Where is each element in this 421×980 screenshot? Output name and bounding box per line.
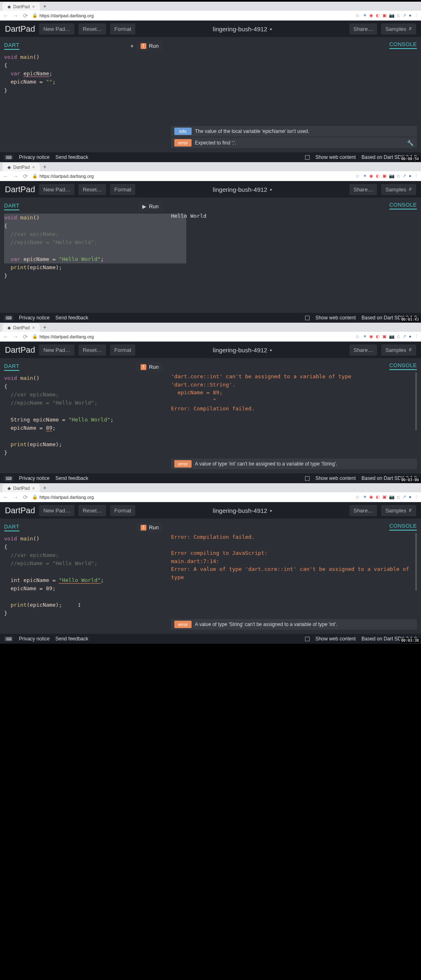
- ext-icon[interactable]: ◉: [369, 494, 373, 500]
- back-icon[interactable]: ←: [2, 12, 9, 19]
- diagnostic-row[interactable]: errorExpected to find ';'.🔧: [171, 137, 417, 148]
- close-icon[interactable]: ×: [32, 325, 35, 330]
- ext-icon[interactable]: ↗: [402, 494, 406, 500]
- browser-tab[interactable]: ◆ DartPad ×: [2, 163, 40, 171]
- browser-tab[interactable]: ◆ DartPad ×: [2, 324, 40, 332]
- diagnostic-row[interactable]: errorA value of type 'int' can't be assi…: [171, 459, 417, 469]
- new-pad-button[interactable]: New Pad…: [39, 345, 74, 356]
- profile-icon[interactable]: ●: [409, 173, 412, 179]
- feedback-link[interactable]: Send feedback: [56, 636, 88, 642]
- format-button[interactable]: Format: [110, 23, 135, 35]
- privacy-link[interactable]: Privacy notice: [19, 315, 50, 321]
- run-button[interactable]: ! Run: [136, 523, 163, 532]
- bookmark-icon[interactable]: ☆: [355, 334, 360, 340]
- close-icon[interactable]: ×: [32, 165, 35, 170]
- menu-icon[interactable]: ⋮: [414, 334, 419, 339]
- menu-icon[interactable]: ⋮: [414, 173, 419, 179]
- new-pad-button[interactable]: New Pad…: [39, 184, 74, 195]
- share-button[interactable]: Share…: [349, 23, 377, 35]
- samples-dropdown[interactable]: Samples ⇵: [381, 505, 416, 516]
- reset-button[interactable]: Reset…: [79, 184, 106, 195]
- run-button[interactable]: ▶ Run: [138, 202, 163, 211]
- dart-tab[interactable]: DART: [4, 42, 19, 50]
- browser-tab[interactable]: ◆ DartPad ×: [2, 484, 40, 492]
- ext-icon[interactable]: ◐: [376, 494, 380, 500]
- show-web-checkbox[interactable]: [305, 316, 310, 320]
- privacy-link[interactable]: Privacy notice: [19, 154, 50, 160]
- profile-icon[interactable]: ●: [409, 13, 412, 18]
- forward-icon[interactable]: →: [12, 12, 19, 19]
- ext-icon[interactable]: ⎌: [397, 334, 400, 339]
- back-icon[interactable]: ←: [2, 173, 9, 179]
- bookmark-icon[interactable]: ☆: [355, 494, 360, 500]
- reload-icon[interactable]: ⟳: [22, 173, 29, 179]
- ext-icon[interactable]: ⎌: [397, 494, 400, 500]
- bookmark-icon[interactable]: ☆: [355, 13, 360, 19]
- format-button[interactable]: Format: [110, 184, 135, 195]
- profile-icon[interactable]: ●: [409, 334, 412, 339]
- new-tab-icon[interactable]: +: [43, 3, 46, 9]
- ext-icon[interactable]: ◐: [376, 13, 380, 18]
- feedback-link[interactable]: Send feedback: [56, 475, 88, 481]
- show-web-checkbox[interactable]: [305, 637, 310, 641]
- console-tab[interactable]: CONSOLE: [389, 523, 417, 531]
- dart-tab[interactable]: DART: [4, 524, 19, 531]
- ext-icon[interactable]: ◉: [369, 13, 373, 18]
- reload-icon[interactable]: ⟳: [22, 12, 29, 19]
- scrollbar[interactable]: [415, 533, 417, 591]
- console-tab[interactable]: CONSOLE: [389, 41, 417, 49]
- menu-icon[interactable]: ⋮: [414, 494, 419, 500]
- forward-icon[interactable]: →: [12, 173, 19, 179]
- ext-icon[interactable]: ↗: [402, 173, 406, 179]
- new-tab-icon[interactable]: +: [43, 324, 46, 331]
- feedback-link[interactable]: Send feedback: [56, 154, 88, 160]
- ext-icon[interactable]: ◉: [369, 334, 373, 339]
- forward-icon[interactable]: →: [12, 494, 19, 500]
- format-button[interactable]: Format: [110, 345, 135, 356]
- run-button[interactable]: ! Run: [136, 362, 163, 372]
- reset-button[interactable]: Reset…: [79, 505, 106, 516]
- ext-icon[interactable]: ✶: [363, 13, 367, 18]
- ext-icon[interactable]: ▣: [382, 494, 386, 500]
- share-button[interactable]: Share…: [349, 184, 377, 195]
- new-tab-icon[interactable]: +: [43, 484, 46, 491]
- ext-icon[interactable]: ↗: [402, 13, 406, 18]
- ext-icon[interactable]: ⎌: [397, 173, 400, 179]
- reset-button[interactable]: Reset…: [79, 23, 106, 35]
- code-editor[interactable]: void main() { //var epicName; //epicName…: [4, 374, 163, 469]
- share-button[interactable]: Share…: [349, 505, 377, 516]
- back-icon[interactable]: ←: [2, 333, 9, 340]
- code-editor[interactable]: void main() { //var epicName; //epicName…: [4, 214, 163, 309]
- samples-dropdown[interactable]: Samples ⇵: [381, 345, 416, 356]
- console-tab[interactable]: CONSOLE: [389, 202, 417, 210]
- url-field[interactable]: 🔒 https://dartpad.dartlang.org: [32, 334, 352, 339]
- share-button[interactable]: Share…: [349, 345, 377, 356]
- ext-icon[interactable]: ◐: [376, 334, 380, 339]
- keyboard-icon[interactable]: ⌨: [4, 315, 13, 321]
- ext-icon[interactable]: ✶: [363, 334, 367, 339]
- menu-icon[interactable]: ⋮: [414, 13, 419, 18]
- keyboard-icon[interactable]: ⌨: [4, 476, 13, 481]
- ext-icon[interactable]: ◉: [369, 173, 373, 179]
- new-pad-button[interactable]: New Pad…: [39, 23, 74, 35]
- url-field[interactable]: 🔒 https://dartpad.dartlang.org: [32, 13, 352, 18]
- code-editor[interactable]: void main() { //var epicName; //epicName…: [4, 535, 163, 630]
- ext-icon[interactable]: ▣: [382, 13, 386, 18]
- feedback-link[interactable]: Send feedback: [56, 315, 88, 321]
- keyboard-icon[interactable]: ⌨: [4, 636, 13, 642]
- back-icon[interactable]: ←: [2, 494, 9, 500]
- close-icon[interactable]: ×: [32, 486, 35, 491]
- project-name[interactable]: lingering-bush-4912 •: [213, 186, 272, 193]
- forward-icon[interactable]: →: [12, 333, 19, 340]
- url-field[interactable]: 🔒 https://dartpad.dartlang.org: [32, 173, 352, 179]
- run-button[interactable]: ! Run: [136, 41, 163, 51]
- dart-tab[interactable]: DART: [4, 363, 19, 371]
- samples-dropdown[interactable]: Samples ⇵: [381, 184, 416, 195]
- ext-icon[interactable]: ↗: [402, 334, 406, 339]
- ext-icon[interactable]: 📷: [389, 334, 395, 339]
- project-name[interactable]: lingering-bush-4912 •: [213, 26, 272, 33]
- wrench-icon[interactable]: 🔧: [407, 140, 414, 146]
- ext-icon[interactable]: ▣: [382, 334, 386, 339]
- project-name[interactable]: lingering-bush-4912 •: [213, 347, 272, 354]
- show-web-checkbox[interactable]: [305, 476, 310, 481]
